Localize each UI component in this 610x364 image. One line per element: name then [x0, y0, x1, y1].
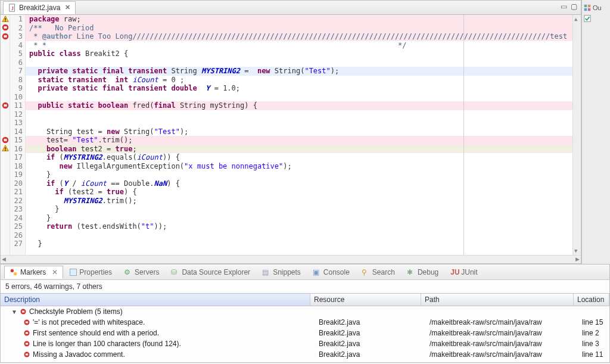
column-header-description[interactable]: Description	[1, 294, 310, 306]
code-token: public class	[29, 49, 81, 58]
editor-tab-breakit2[interactable]: Breakit2.java ✕	[3, 1, 76, 14]
error-icon[interactable]	[1, 32, 10, 41]
code-token: (	[55, 179, 63, 188]
line-number[interactable]: 10	[10, 93, 23, 102]
line-number[interactable]: 22	[10, 197, 23, 206]
marker-resource: Breakit2.java	[315, 317, 426, 328]
view-tab-debug[interactable]: ✱Debug	[402, 266, 444, 279]
line-number[interactable]: 6	[10, 58, 23, 67]
view-tab-label: Console	[323, 268, 350, 276]
error-icon[interactable]	[1, 101, 10, 110]
view-tab-label: Search	[372, 268, 395, 276]
code-token: }	[29, 239, 42, 248]
table-row[interactable]: Missing a Javadoc comment.Breakit2.java/…	[1, 349, 609, 360]
warning-icon[interactable]	[1, 144, 10, 153]
error-icon[interactable]	[1, 136, 10, 144]
checklist-view-button[interactable]	[583, 13, 609, 24]
code-token	[197, 84, 206, 92]
code-editor[interactable]: 1 2 3 4 5 6 7 8 9 10 11 12 13 14 15 16 1…	[1, 15, 581, 255]
code-token: = 1.0;	[210, 84, 240, 92]
table-row[interactable]: Line is longer than 100 characters (foun…	[1, 338, 609, 349]
code-token: );	[180, 127, 188, 136]
code-token: /**	[29, 24, 55, 32]
error-icon	[20, 308, 27, 315]
markers-group-label: Checkstyle Problem (5 items)	[29, 307, 123, 316]
code-content[interactable]: package raw; /** No Period * @author Lin…	[26, 15, 581, 255]
view-tab-datasource[interactable]: ⛁Data Source Explorer	[166, 266, 256, 279]
code-token: (	[55, 153, 63, 161]
line-number[interactable]: 16	[10, 145, 23, 154]
table-row[interactable]: '=' is not preceded with whitespace.Brea…	[1, 317, 609, 328]
warning-icon[interactable]	[1, 15, 10, 23]
line-number[interactable]: 5	[10, 49, 23, 58]
line-number[interactable]: 13	[10, 119, 23, 127]
error-icon[interactable]	[1, 23, 10, 32]
code-token: if	[29, 153, 55, 161]
debug-icon: ✱	[407, 268, 415, 276]
chevron-down-icon[interactable]: ▼	[11, 309, 17, 315]
datasource-icon: ⛁	[171, 268, 179, 276]
code-token: );	[331, 67, 339, 75]
view-tab-servers[interactable]: ⚙Servers	[119, 266, 164, 279]
line-number[interactable]: 25	[10, 222, 23, 231]
line-number[interactable]: 19	[10, 170, 23, 179]
line-number[interactable]: 27	[10, 239, 23, 248]
view-tab-junit[interactable]: JUJUnit	[445, 266, 483, 279]
marker-path: /makeitbreak-raw/src/main/java/raw	[426, 328, 578, 338]
line-number-ruler[interactable]: 1 2 3 4 5 6 7 8 9 10 11 12 13 14 15 16 1…	[10, 15, 26, 255]
marker-location: line 11	[578, 349, 609, 360]
line-number[interactable]: 15	[10, 136, 23, 145]
line-number[interactable]: 3	[10, 32, 23, 41]
close-icon[interactable]: ✕	[65, 4, 70, 11]
marker-ruler[interactable]	[1, 15, 10, 255]
line-number[interactable]: 8	[10, 76, 23, 85]
outline-view-button[interactable]: Ou	[583, 2, 609, 13]
code-token: (test2 =	[64, 188, 107, 196]
line-number[interactable]: 21	[10, 188, 23, 197]
line-number[interactable]: 23	[10, 205, 23, 214]
markers-icon	[10, 268, 18, 276]
snippets-icon: ▤	[262, 268, 270, 276]
line-number[interactable]: 20	[10, 179, 23, 188]
line-number[interactable]: 26	[10, 231, 23, 240]
line-number[interactable]: 14	[10, 127, 23, 136]
markers-group-row[interactable]: ▼Checkstyle Problem (5 items)	[1, 306, 609, 317]
view-tab-console[interactable]: ▣Console	[307, 266, 355, 279]
error-icon	[23, 362, 30, 362]
code-token: MYSTRING2	[64, 197, 102, 205]
view-tab-snippets[interactable]: ▤Snippets	[257, 266, 306, 279]
line-number[interactable]: 4	[10, 41, 23, 50]
line-number[interactable]: 7	[10, 67, 23, 76]
line-number[interactable]: 2	[10, 24, 23, 33]
marker-resource: Breakit2.java	[315, 338, 426, 349]
maximize-icon[interactable]: ▢	[571, 2, 577, 11]
close-icon[interactable]: ✕	[52, 268, 58, 276]
code-token: if	[29, 179, 55, 188]
marker-resource: Breakit2.java	[315, 360, 426, 362]
view-tab-search[interactable]: ⚲Search	[356, 266, 400, 279]
line-number[interactable]: 11	[10, 101, 23, 110]
column-header-resource[interactable]: Resource	[310, 294, 421, 306]
line-number[interactable]: 24	[10, 214, 23, 223]
line-number[interactable]: 1	[10, 15, 23, 24]
code-token: = 0 ;	[158, 76, 184, 84]
line-number[interactable]: 17	[10, 153, 23, 162]
code-token: private static final transient double	[29, 84, 197, 92]
line-number[interactable]: 9	[10, 84, 23, 93]
code-token: ) {	[167, 179, 180, 188]
minimize-icon[interactable]: ▭	[561, 2, 567, 11]
code-token: /	[68, 179, 81, 188]
line-number[interactable]: 12	[10, 110, 23, 119]
horizontal-scrollbar[interactable]	[1, 255, 581, 263]
vertical-scrollbar[interactable]	[572, 15, 581, 255]
view-tab-markers[interactable]: Markers✕	[4, 266, 63, 279]
view-tab-label: Debug	[418, 268, 438, 276]
table-row[interactable]: First sentence should end with a period.…	[1, 328, 609, 338]
line-number[interactable]: 18	[10, 162, 23, 171]
column-header-path[interactable]: Path	[421, 294, 574, 306]
servers-icon: ⚙	[124, 268, 132, 276]
table-row[interactable]: Missing package-info.java file.Breakit2.…	[1, 360, 609, 362]
view-tab-properties[interactable]: Properties	[64, 266, 117, 279]
search-icon: ⚲	[362, 268, 370, 276]
column-header-location[interactable]: Location	[574, 294, 609, 306]
